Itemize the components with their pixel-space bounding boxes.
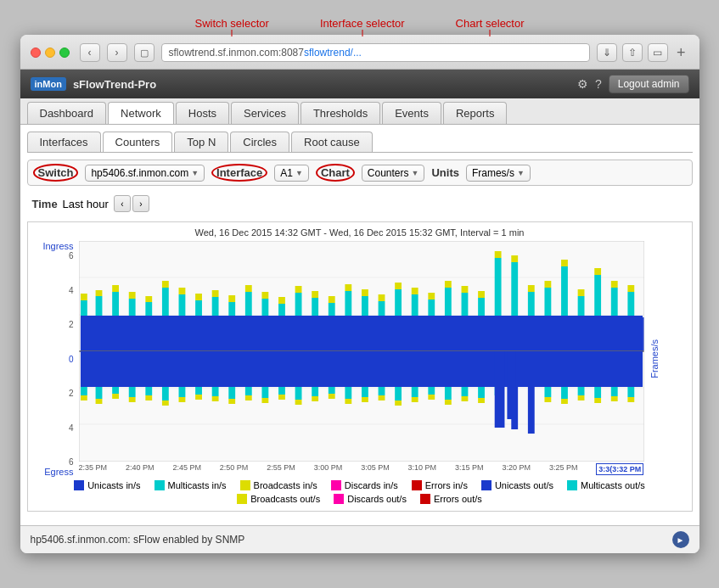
sub-tab-interfaces[interactable]: Interfaces bbox=[27, 132, 101, 152]
tab-services[interactable]: Services bbox=[231, 102, 299, 124]
legend-broadcasts-out-icon bbox=[237, 494, 247, 504]
svg-rect-97 bbox=[395, 387, 402, 400]
y-axis: Ingress 6 4 2 0 2 4 6 Egress bbox=[31, 241, 77, 477]
svg-rect-115 bbox=[128, 397, 135, 402]
chart-selector[interactable]: Counters ▼ bbox=[362, 165, 425, 182]
annotation-row: Switch selector Interface selector Chart… bbox=[194, 17, 524, 30]
svg-rect-106 bbox=[544, 387, 551, 397]
egress-label: Egress bbox=[31, 467, 77, 477]
tab-dashboard[interactable]: Dashboard bbox=[27, 102, 107, 124]
interface-selector[interactable]: A1 ▼ bbox=[274, 165, 309, 182]
svg-rect-143 bbox=[494, 351, 504, 428]
sub-tab-topn[interactable]: Top N bbox=[174, 132, 228, 152]
svg-rect-120 bbox=[211, 396, 218, 401]
interface-arrow-icon: ▼ bbox=[295, 169, 303, 177]
chart-label: Chart bbox=[316, 164, 355, 182]
svg-rect-100 bbox=[444, 387, 451, 400]
url-bar[interactable]: sflowtrend.sf.inmon.com:8087 sflowtrend/… bbox=[161, 43, 590, 62]
svg-rect-107 bbox=[561, 387, 568, 399]
svg-rect-18 bbox=[244, 292, 251, 316]
svg-rect-96 bbox=[378, 387, 385, 395]
tab-view-button[interactable]: ▢ bbox=[134, 43, 154, 62]
help-icon[interactable]: ? bbox=[595, 77, 602, 91]
legend-unicasts-out: Unicasts out/s bbox=[481, 480, 553, 490]
sub-tab-rootcause[interactable]: Root cause bbox=[291, 132, 373, 152]
svg-rect-93 bbox=[328, 387, 334, 394]
svg-rect-38 bbox=[577, 296, 584, 316]
sub-tab-counters[interactable]: Counters bbox=[103, 132, 173, 152]
svg-rect-83 bbox=[161, 387, 168, 400]
svg-rect-19 bbox=[261, 299, 268, 316]
tab-thresholds[interactable]: Thresholds bbox=[301, 102, 380, 124]
svg-rect-130 bbox=[378, 395, 385, 400]
status-arrow-icon[interactable]: ► bbox=[672, 531, 689, 548]
tab-hosts[interactable]: Hosts bbox=[176, 102, 229, 124]
sub-tab-circles[interactable]: Circles bbox=[230, 132, 289, 152]
svg-rect-69 bbox=[527, 285, 534, 292]
time-next-button[interactable]: › bbox=[132, 195, 149, 212]
time-row: Time Last hour ‹ › bbox=[27, 193, 693, 215]
status-text: hp5406.sf.inmon.com: sFlow enabled by SN… bbox=[31, 534, 245, 546]
svg-rect-58 bbox=[345, 284, 351, 291]
controls-bar: Switch hp5406.sf.inmon.com ▼ Interface A… bbox=[27, 160, 693, 186]
back-button[interactable]: ‹ bbox=[80, 43, 100, 62]
logout-button[interactable]: Logout admin bbox=[609, 75, 689, 93]
main-nav: Dashboard Network Hosts Services Thresho… bbox=[20, 98, 699, 125]
y-tick-4-bot: 4 bbox=[69, 423, 74, 433]
svg-rect-71 bbox=[561, 260, 568, 266]
svg-rect-74 bbox=[610, 281, 617, 288]
settings-icon[interactable]: ⚙ bbox=[577, 77, 588, 91]
legend-errors-out-label: Errors out/s bbox=[434, 494, 482, 504]
svg-rect-26 bbox=[378, 301, 385, 316]
svg-rect-30 bbox=[444, 288, 451, 316]
time-prev-button[interactable]: ‹ bbox=[114, 195, 131, 212]
maximize-button[interactable] bbox=[59, 48, 70, 58]
svg-rect-46 bbox=[145, 296, 152, 302]
interface-label: Interface bbox=[211, 164, 267, 182]
new-tab-icon[interactable]: ▭ bbox=[648, 43, 668, 62]
svg-rect-119 bbox=[195, 395, 202, 400]
svg-rect-90 bbox=[278, 387, 285, 395]
content-area: Interfaces Counters Top N Circles Root c… bbox=[20, 125, 699, 525]
tab-network[interactable]: Network bbox=[108, 102, 174, 124]
y-tick-0: 0 bbox=[69, 355, 74, 364]
svg-rect-77 bbox=[80, 351, 642, 387]
tab-events[interactable]: Events bbox=[382, 102, 441, 124]
add-tab-button[interactable]: + bbox=[673, 44, 689, 62]
time-nav-arrows: ‹ › bbox=[114, 195, 149, 212]
svg-rect-61 bbox=[395, 283, 402, 289]
units-selector[interactable]: Frames/s ▼ bbox=[466, 165, 531, 182]
svg-rect-39 bbox=[594, 275, 601, 316]
close-button[interactable] bbox=[31, 48, 41, 58]
tab-reports[interactable]: Reports bbox=[443, 102, 508, 124]
svg-rect-108 bbox=[577, 387, 584, 395]
svg-rect-121 bbox=[228, 399, 235, 404]
time-value: Last hour bbox=[63, 198, 109, 210]
y-tick-6-bot: 6 bbox=[69, 457, 74, 467]
legend-broadcasts-in: Broadcasts in/s bbox=[240, 480, 317, 490]
legend-broadcasts-out: Broadcasts out/s bbox=[237, 494, 320, 504]
switch-selector[interactable]: hp5406.sf.inmon.com ▼ bbox=[85, 165, 205, 182]
svg-rect-24 bbox=[345, 291, 351, 316]
share-icon[interactable]: ⇧ bbox=[622, 43, 643, 62]
legend-discards-in-label: Discards in/s bbox=[345, 480, 398, 490]
svg-rect-91 bbox=[295, 387, 301, 400]
svg-rect-56 bbox=[312, 291, 318, 298]
svg-rect-17 bbox=[228, 302, 235, 316]
svg-rect-67 bbox=[494, 251, 501, 258]
legend-unicasts-in-icon bbox=[74, 480, 84, 490]
svg-rect-109 bbox=[594, 387, 601, 398]
svg-rect-117 bbox=[161, 400, 168, 406]
url-path: sflowtrend/... bbox=[304, 47, 362, 59]
legend-unicasts-in-label: Unicasts in/s bbox=[87, 480, 140, 490]
svg-rect-27 bbox=[395, 289, 402, 316]
forward-button[interactable]: › bbox=[107, 43, 127, 62]
svg-rect-133 bbox=[428, 395, 435, 400]
download-icon[interactable]: ⇓ bbox=[597, 43, 617, 62]
interface-selector-annotation: Interface selector bbox=[320, 17, 405, 30]
svg-rect-60 bbox=[378, 294, 385, 301]
svg-rect-144 bbox=[507, 351, 515, 419]
svg-rect-89 bbox=[261, 387, 268, 398]
minimize-button[interactable] bbox=[45, 48, 55, 58]
svg-rect-85 bbox=[195, 387, 202, 395]
